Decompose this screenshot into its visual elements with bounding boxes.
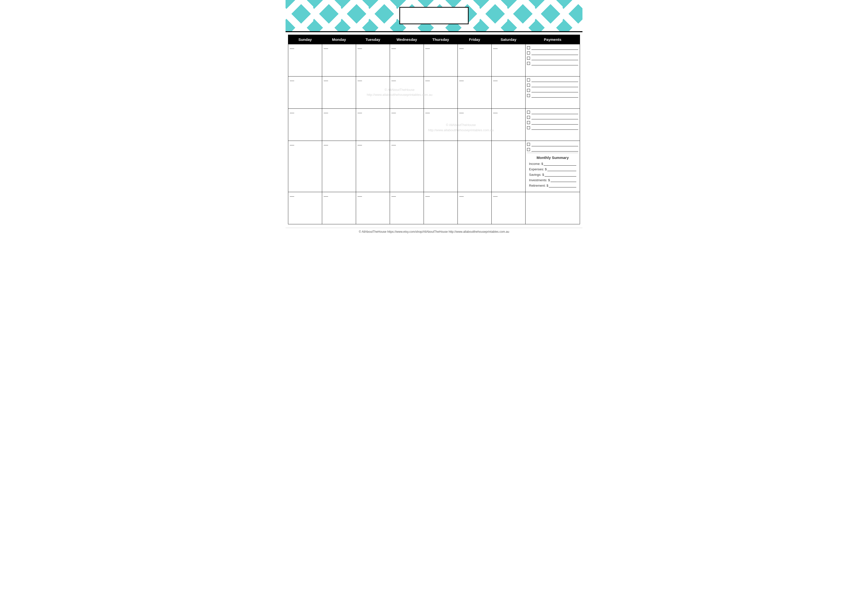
cell-r5-tue[interactable]: —: [356, 192, 390, 224]
footer-text: © AllAboutTheHouse https://www.etsy.com/…: [359, 230, 509, 233]
cell-r3-thu[interactable]: — © AllAboutTheHouse http://www.allabout…: [424, 109, 458, 141]
income-label: Income: $: [529, 162, 543, 166]
payment-item[interactable]: [527, 110, 578, 114]
cell-r1-fri[interactable]: —: [458, 44, 491, 76]
cell-r3-fri[interactable]: —: [458, 109, 491, 141]
checkbox-icon[interactable]: [527, 84, 530, 87]
table-row: — — © AllAboutTheHouse http://www.allabo…: [288, 76, 580, 109]
col-sunday: Sunday: [288, 35, 322, 44]
checkbox-icon[interactable]: [527, 46, 530, 49]
cell-r2-sat[interactable]: —: [491, 76, 525, 109]
payment-item[interactable]: [527, 126, 578, 130]
payment-line: [532, 121, 578, 124]
payment-item[interactable]: [527, 115, 578, 119]
payment-item[interactable]: [527, 142, 578, 146]
summary-retirement: Retirement: $: [529, 183, 576, 187]
cell-r5-mon[interactable]: —: [322, 192, 356, 224]
payments-r1: [525, 44, 580, 76]
expenses-label: Expenses: $: [529, 167, 547, 171]
payment-item[interactable]: [527, 51, 578, 55]
payments-r5-empty: [525, 192, 580, 224]
payment-line: [532, 89, 578, 92]
table-row: — — — — — — —: [288, 44, 580, 76]
col-monday: Monday: [322, 35, 356, 44]
cell-r3-wed[interactable]: —: [390, 109, 424, 141]
payment-line: [532, 148, 578, 152]
checkbox-icon[interactable]: [527, 148, 530, 151]
payment-item[interactable]: [527, 46, 578, 50]
payment-line: [532, 61, 578, 65]
checkbox-icon[interactable]: [527, 143, 530, 146]
cell-r2-tue[interactable]: —: [356, 76, 390, 109]
cell-r2-wed[interactable]: —: [390, 76, 424, 109]
payments-r4: Monthly Summary Income: $ Expenses: $ Sa…: [525, 141, 580, 192]
calendar-container: Sunday Monday Tuesday Wednesday Thursday…: [285, 32, 583, 227]
title-box[interactable]: [399, 7, 469, 24]
payment-item[interactable]: [527, 83, 578, 87]
cell-r2-fri[interactable]: —: [458, 76, 491, 109]
col-friday: Friday: [458, 35, 491, 44]
payments-r2: [525, 76, 580, 109]
payment-line: [532, 93, 578, 98]
checkbox-icon[interactable]: [527, 121, 530, 124]
savings-line: [545, 173, 576, 177]
cell-r1-sat[interactable]: —: [491, 44, 525, 76]
cell-r5-sat[interactable]: —: [491, 192, 525, 224]
payment-item[interactable]: [527, 121, 578, 124]
checkbox-icon[interactable]: [527, 116, 530, 119]
cell-r5-sun[interactable]: —: [288, 192, 322, 224]
cell-r4-mon[interactable]: —: [322, 141, 356, 192]
payment-item[interactable]: [527, 56, 578, 60]
retirement-line: [549, 183, 576, 187]
footer: © AllAboutTheHouse https://www.etsy.com/…: [285, 228, 583, 235]
payment-item[interactable]: [527, 148, 578, 152]
cell-r1-tue[interactable]: —: [356, 44, 390, 76]
cell-r1-wed[interactable]: —: [390, 44, 424, 76]
payment-line: [532, 78, 578, 82]
payment-line: [532, 46, 578, 50]
cell-r4-sun[interactable]: —: [288, 141, 322, 192]
cell-r4-wed[interactable]: —: [390, 141, 424, 192]
cell-r3-mon[interactable]: —: [322, 109, 356, 141]
checkbox-icon[interactable]: [527, 57, 530, 60]
cell-r5-fri[interactable]: —: [458, 192, 491, 224]
cell-r2-sun[interactable]: —: [288, 76, 322, 109]
payment-line: [532, 56, 578, 60]
checkbox-icon[interactable]: [527, 89, 530, 92]
summary-savings: Savings: $: [529, 173, 576, 177]
cell-r1-thu[interactable]: —: [424, 44, 458, 76]
checkbox-icon[interactable]: [527, 111, 530, 113]
calendar-header-row: Sunday Monday Tuesday Wednesday Thursday…: [288, 35, 580, 44]
cell-r4-fri[interactable]: [458, 141, 491, 192]
payment-item[interactable]: [527, 93, 578, 98]
payment-line: [532, 110, 578, 114]
cell-r5-wed[interactable]: —: [390, 192, 424, 224]
checkbox-icon[interactable]: [527, 94, 530, 97]
cell-r5-thu[interactable]: —: [424, 192, 458, 224]
payment-item[interactable]: [527, 89, 578, 92]
cell-r2-thu[interactable]: —: [424, 76, 458, 109]
cell-r2-mon[interactable]: — © AllAboutTheHouse http://www.allabout…: [322, 76, 356, 109]
checkbox-icon[interactable]: [527, 62, 530, 65]
checkbox-icon[interactable]: [527, 126, 530, 129]
checkbox-icon[interactable]: [527, 78, 530, 81]
retirement-label: Retirement: $: [529, 184, 548, 187]
cell-r4-sat[interactable]: [491, 141, 525, 192]
cell-r3-sat[interactable]: —: [491, 109, 525, 141]
calendar-table: Sunday Monday Tuesday Wednesday Thursday…: [288, 35, 580, 224]
investments-label: Investments: $: [529, 178, 550, 182]
payments-r3: [525, 109, 580, 141]
cell-r1-mon[interactable]: —: [322, 44, 356, 76]
cell-r1-sun[interactable]: —: [288, 44, 322, 76]
monthly-summary: Monthly Summary Income: $ Expenses: $ Sa…: [527, 154, 578, 190]
cell-r4-thu[interactable]: [424, 141, 458, 192]
payment-item[interactable]: [527, 61, 578, 65]
payment-item[interactable]: [527, 78, 578, 82]
cell-r3-sun[interactable]: —: [288, 109, 322, 141]
table-row: — — — — — © AllAboutTheHouse http://www.…: [288, 109, 580, 141]
cell-r3-tue[interactable]: —: [356, 109, 390, 141]
savings-label: Savings: $: [529, 173, 544, 177]
income-line: [544, 162, 576, 166]
checkbox-icon[interactable]: [527, 51, 530, 54]
cell-r4-tue[interactable]: —: [356, 141, 390, 192]
